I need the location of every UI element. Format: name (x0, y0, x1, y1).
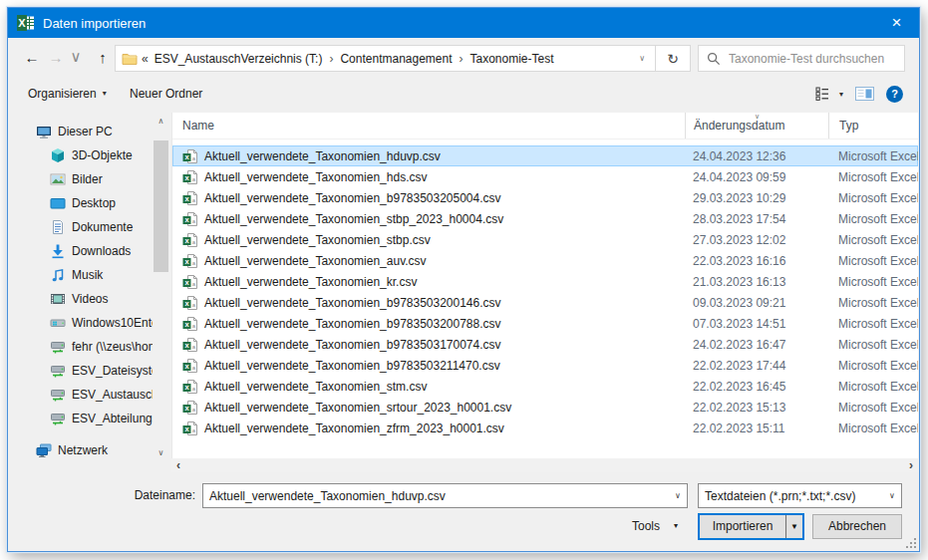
file-row[interactable]: axAktuell_verwendete_Taxonomien_stbp_202… (172, 208, 918, 229)
file-list-header: Name ∨Änderungsdatum Typ (172, 113, 918, 140)
excel-app-icon: X (17, 15, 35, 31)
cancel-button[interactable]: Abbrechen (812, 514, 902, 539)
file-name-cell: axAktuell_verwendete_Taxonomien_hduvp.cs… (172, 148, 685, 164)
file-name-cell: axAktuell_verwendete_Taxonomien_auv.csv (172, 253, 685, 269)
filetype-value[interactable]: Textdateien (*.prn;*.txt;*.csv) (699, 489, 883, 503)
sidebar-item-esv-abteilungsv[interactable]: ESV_AbteilungsV (8, 407, 153, 430)
chevron-down-icon[interactable]: ∨ (883, 491, 901, 500)
sidebar-scrollbar[interactable]: ∧ ∨ (153, 115, 169, 460)
file-row[interactable]: axAktuell_verwendete_Taxonomien_hduvp.cs… (172, 145, 918, 166)
network-drive-icon (50, 363, 66, 379)
file-name-cell: axAktuell_verwendete_Taxonomien_stbp.csv (172, 232, 685, 248)
breadcrumb-segment-contentmanagement[interactable]: Contentmanagement (340, 52, 452, 66)
file-name: Aktuell_verwendete_Taxonomien_hduvp.csv (204, 149, 441, 163)
file-row[interactable]: axAktuell_verwendete_Taxonomien_b9783503… (172, 187, 918, 208)
breadcrumb-segment-drive[interactable]: ESV_AustauschVerzeichnis (T:) (155, 52, 323, 66)
organize-button[interactable]: Organisieren▾ (28, 82, 107, 106)
up-button[interactable]: ↑ (90, 49, 116, 66)
file-name-cell: axAktuell_verwendete_Taxonomien_srtour_2… (172, 400, 685, 416)
file-row[interactable]: axAktuell_verwendete_Taxonomien_b9783503… (172, 313, 918, 334)
scroll-down-icon[interactable]: ∨ (153, 446, 169, 460)
filename-combobox[interactable]: Aktuell_verwendete_Taxonomien_hduvp.csv … (202, 483, 688, 508)
address-bar: ← → ∨ ↑ « ESV_AustauschVerzeichnis (T:) … (8, 38, 919, 76)
sidebar-item-musik[interactable]: Musik (8, 263, 153, 287)
file-modified: 29.03.2023 10:29 (685, 191, 828, 205)
breadcrumb-dropdown-icon[interactable]: ∨ (639, 54, 649, 63)
import-label[interactable]: Importieren (700, 515, 785, 538)
scroll-left-icon[interactable]: ‹ (176, 458, 180, 472)
recent-locations-button[interactable]: ∨ (68, 48, 84, 66)
column-header-modified[interactable]: ∨Änderungsdatum (685, 113, 828, 139)
file-list-rows: axAktuell_verwendete_Taxonomien_hduvp.cs… (172, 145, 918, 438)
file-row[interactable]: axAktuell_verwendete_Taxonomien_b9783503… (172, 334, 918, 355)
refresh-button[interactable]: ↻ (655, 45, 691, 72)
csv-file-icon: ax (182, 316, 198, 332)
column-header-type[interactable]: Typ (828, 113, 918, 139)
file-type: Microsoft Excel (828, 212, 918, 226)
column-header-name[interactable]: Name (172, 113, 685, 139)
csv-file-icon: ax (182, 169, 198, 185)
breadcrumb-overflow[interactable]: « (142, 52, 149, 66)
sidebar-item-esv-austauschv[interactable]: ESV_AustauschV (8, 383, 153, 407)
sidebar-item-dieser-pc[interactable]: Dieser PC (8, 120, 153, 143)
sidebar-item-label: ESV_AustauschV (72, 388, 153, 402)
chevron-down-icon[interactable]: ▾ (839, 90, 843, 99)
csv-file-icon: ax (182, 295, 198, 311)
sidebar-item-videos[interactable]: Videos (8, 287, 153, 311)
csv-file-icon: ax (182, 253, 198, 269)
scrollbar-thumb[interactable] (154, 140, 168, 272)
sidebar-item-bilder[interactable]: Bilder (8, 167, 153, 191)
file-row[interactable]: axAktuell_verwendete_Taxonomien_auv.csv2… (172, 250, 918, 271)
csv-file-icon: ax (182, 274, 198, 290)
sidebar-item-label: 3D-Objekte (72, 148, 133, 162)
import-dropdown-icon[interactable]: ▼ (785, 515, 802, 538)
navigation-buttons: ← → ∨ ↑ (20, 44, 116, 70)
file-modified: 22.02.2023 15:13 (685, 401, 828, 415)
close-button[interactable]: × (874, 8, 919, 38)
sidebar-item-3d-objekte[interactable]: 3D-Objekte (8, 143, 153, 167)
file-type: Microsoft Excel (828, 380, 918, 394)
file-modified: 24.04.2023 09:59 (685, 170, 828, 184)
chevron-down-icon: ▾ (103, 89, 107, 98)
horizontal-scrollbar[interactable]: ‹ › (171, 458, 918, 472)
tools-button[interactable]: Tools▾ (632, 514, 698, 538)
search-input[interactable] (729, 52, 896, 66)
list-view-icon[interactable] (815, 87, 831, 101)
file-row[interactable]: axAktuell_verwendete_Taxonomien_zfrm_202… (172, 418, 918, 438)
breadcrumb[interactable]: « ESV_AustauschVerzeichnis (T:) › Conten… (115, 45, 656, 72)
sidebar-item-fehr-zeus-hon[interactable]: fehr (\\zeus\hon (8, 335, 153, 359)
scroll-right-icon[interactable]: › (909, 458, 913, 472)
file-type: Microsoft Excel (828, 296, 918, 310)
preview-pane-icon[interactable] (855, 87, 874, 101)
chevron-down-icon: ▾ (674, 521, 678, 530)
import-button[interactable]: Importieren ▼ (698, 513, 804, 540)
back-button[interactable]: ← (20, 49, 44, 66)
sidebar-item-dokumente[interactable]: Dokumente (8, 215, 153, 239)
file-row[interactable]: axAktuell_verwendete_Taxonomien_kr.csv21… (172, 271, 918, 292)
file-row[interactable]: axAktuell_verwendete_Taxonomien_stbp.csv… (172, 229, 918, 250)
file-name: Aktuell_verwendete_Taxonomien_b978350320… (204, 191, 501, 205)
sidebar-item-downloads[interactable]: Downloads (8, 239, 153, 263)
file-row[interactable]: axAktuell_verwendete_Taxonomien_srtour_2… (172, 397, 918, 418)
file-type: Microsoft Excel (828, 275, 918, 289)
breadcrumb-segment-taxonomie-test[interactable]: Taxonomie-Test (470, 52, 554, 66)
search-box[interactable] (698, 45, 905, 72)
network-drive-icon (50, 339, 66, 355)
file-row[interactable]: axAktuell_verwendete_Taxonomien_b9783503… (172, 355, 918, 376)
sidebar-item-windows10enter[interactable]: Windows10Enter (8, 311, 153, 335)
file-row[interactable]: axAktuell_verwendete_Taxonomien_b9783503… (172, 292, 918, 313)
sidebar-item-esv-dateisystem[interactable]: ESV_Dateisystem (8, 359, 153, 383)
sidebar-item-desktop[interactable]: Desktop (8, 191, 153, 215)
file-row[interactable]: axAktuell_verwendete_Taxonomien_stm.csv2… (172, 376, 918, 397)
chevron-down-icon[interactable]: ∨ (669, 491, 687, 500)
file-name: Aktuell_verwendete_Taxonomien_auv.csv (204, 254, 427, 268)
new-folder-button[interactable]: Neuer Ordner (130, 82, 202, 106)
filetype-combobox[interactable]: Textdateien (*.prn;*.txt;*.csv) ∨ (698, 483, 902, 508)
file-row[interactable]: axAktuell_verwendete_Taxonomien_hds.csv2… (172, 166, 918, 187)
sidebar-item-netzwerk[interactable]: Netzwerk (8, 438, 153, 462)
filename-value[interactable]: Aktuell_verwendete_Taxonomien_hduvp.csv (203, 489, 669, 503)
resize-grip[interactable] (904, 536, 916, 548)
help-button[interactable]: ? (886, 86, 903, 103)
network-drive-icon (50, 387, 66, 403)
scroll-up-icon[interactable]: ∧ (153, 115, 169, 129)
